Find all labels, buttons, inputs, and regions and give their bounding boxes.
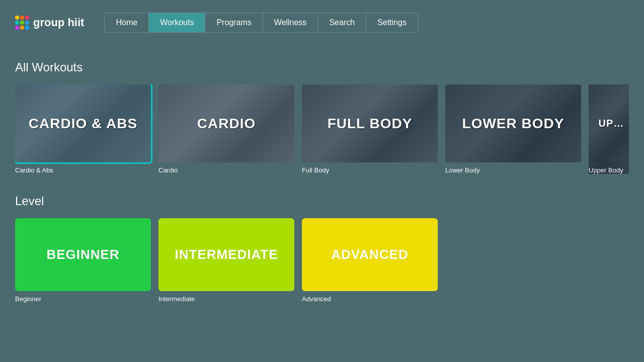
card-image-cardio-abs: CARDIO & ABS	[15, 84, 151, 162]
nav-settings[interactable]: Settings	[366, 13, 418, 32]
card-label-upper-body: Upper Body	[589, 166, 629, 174]
logo-dot	[20, 21, 24, 25]
card-label-cardio: Cardio	[158, 166, 294, 174]
logo-dot	[25, 16, 29, 20]
level-label-intermediate: Intermediate	[158, 295, 294, 303]
logo-dot	[20, 16, 24, 20]
all-workouts-title: All Workouts	[15, 60, 629, 74]
card-image-full-body: FULL BODY	[302, 84, 438, 162]
level-image-beginner: BEGINNER	[15, 218, 151, 291]
card-label-lower-body: Lower Body	[445, 166, 581, 174]
card-title-lower-body: LOWER BODY	[462, 116, 565, 132]
main-content: All Workouts CARDIO & ABS Cardio & Abs C…	[0, 45, 644, 338]
level-title-advanced: ADVANCED	[331, 247, 408, 262]
logo[interactable]: group hiit	[15, 16, 84, 30]
level-card-beginner[interactable]: BEGINNER Beginner	[15, 218, 151, 303]
card-image-upper-body: UP…	[589, 84, 629, 162]
level-label-advanced: Advanced	[302, 295, 438, 303]
card-image-cardio: CARDIO	[158, 84, 294, 162]
card-title-cardio: CARDIO	[197, 116, 256, 132]
workout-card-upper-body[interactable]: UP… Upper Body	[589, 84, 629, 174]
level-image-advanced: ADVANCED	[302, 218, 438, 291]
navbar: group hiit Home Workouts Programs Wellne…	[0, 0, 644, 45]
level-cards-row: BEGINNER Beginner INTERMEDIATE Intermedi…	[15, 218, 629, 303]
workout-card-full-body[interactable]: FULL BODY Full Body	[302, 84, 438, 174]
card-title-cardio-abs: CARDIO & ABS	[29, 116, 137, 132]
card-title-upper-body: UP…	[599, 118, 624, 129]
logo-dot	[15, 26, 19, 30]
nav-programs[interactable]: Programs	[205, 13, 263, 32]
logo-dot	[15, 16, 19, 20]
level-image-intermediate: INTERMEDIATE	[158, 218, 294, 291]
nav-search[interactable]: Search	[318, 13, 366, 32]
logo-dots	[15, 16, 29, 30]
level-title-beginner: BEGINNER	[46, 247, 119, 262]
logo-dot	[15, 21, 19, 25]
level-card-advanced[interactable]: ADVANCED Advanced	[302, 218, 438, 303]
nav-wellness[interactable]: Wellness	[263, 13, 318, 32]
logo-dot	[25, 21, 29, 25]
level-label-beginner: Beginner	[15, 295, 151, 303]
workout-card-cardio[interactable]: CARDIO Cardio	[158, 84, 294, 174]
level-card-intermediate[interactable]: INTERMEDIATE Intermediate	[158, 218, 294, 303]
nav-home[interactable]: Home	[105, 13, 149, 32]
workout-cards-row: CARDIO & ABS Cardio & Abs CARDIO Cardio …	[15, 84, 629, 174]
logo-text: group hiit	[33, 16, 84, 29]
card-label-full-body: Full Body	[302, 166, 438, 174]
logo-dot	[25, 26, 29, 30]
workout-card-lower-body[interactable]: LOWER BODY Lower Body	[445, 84, 581, 174]
card-title-full-body: FULL BODY	[328, 116, 413, 132]
level-title-intermediate: INTERMEDIATE	[175, 247, 278, 262]
level-title: Level	[15, 194, 629, 208]
workout-card-cardio-abs[interactable]: CARDIO & ABS Cardio & Abs	[15, 84, 151, 174]
card-label-cardio-abs: Cardio & Abs	[15, 166, 151, 174]
card-image-lower-body: LOWER BODY	[445, 84, 581, 162]
nav-links: Home Workouts Programs Wellness Search S…	[104, 13, 418, 33]
nav-workouts[interactable]: Workouts	[149, 13, 205, 32]
logo-dot	[20, 26, 24, 30]
